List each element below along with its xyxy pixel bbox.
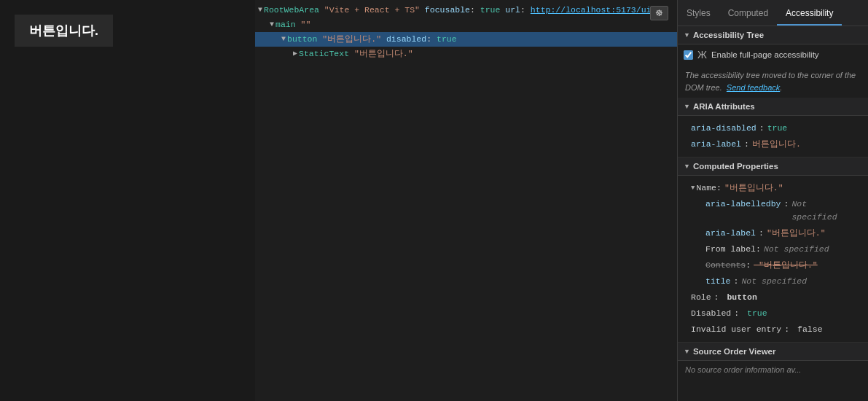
role-value: button [727, 291, 756, 304]
name-sub-props: aria-labelledby : Not specified aria-lab… [685, 196, 861, 289]
aria-label-row: aria-label : 버튼입니다. [685, 136, 861, 152]
aria-label-value: 버튼입니다. [752, 138, 801, 151]
dom-pane[interactable]: ☸ RootWebArea "Vite + React + TS" focusa… [255, 0, 678, 401]
dom-tree-line-statictext[interactable]: StaticText "버튼입니다." [255, 47, 677, 61]
aria-attributes-body: aria-disabled : true aria-label : 버튼입니다. [678, 116, 868, 157]
tab-styles[interactable]: Styles [678, 4, 719, 26]
name-value: "버튼입니다." [724, 182, 783, 195]
info-text: The accessibility tree moved to the corn… [678, 65, 868, 95]
accessibility-button[interactable]: ☸ [650, 6, 668, 20]
title-row: title : Not specified [700, 273, 861, 289]
computed-properties-label: Computed Properties [693, 162, 778, 171]
triangle-icon[interactable] [293, 47, 297, 61]
name-triangle-icon[interactable]: ▼ [691, 182, 695, 195]
aria-attributes-label: ARIA Attributes [693, 102, 755, 111]
disabled-value: true [747, 307, 767, 320]
dom-tree-line-rootwebarea[interactable]: RootWebArea "Vite + React + TS" focusabl… [255, 3, 677, 17]
invalid-entry-row: Invalid user entry : false [685, 322, 861, 338]
tab-computed[interactable]: Computed [719, 4, 777, 26]
enable-full-page-row: Ж Enable full-page accessibility [678, 44, 868, 65]
aria-disabled-row: aria-disabled : true [685, 120, 861, 136]
from-label-value: Not specified [764, 243, 829, 256]
aria-disabled-key: aria-disabled [691, 122, 756, 135]
invalid-entry-value: false [797, 323, 823, 336]
dom-tree-line-main[interactable]: main "" [255, 17, 677, 32]
accessibility-tree-header[interactable]: ▼ Accessibility Tree [678, 26, 868, 44]
name-row: ▼ Name : "버튼입니다." [685, 180, 861, 196]
dom-tree-line-button[interactable]: button "버튼입니다." disabled: true [255, 32, 677, 47]
computed-properties-body: ▼ Name : "버튼입니다." aria-labelledby : Not … [678, 176, 868, 343]
source-order-label: Source Order Viewer [693, 347, 776, 356]
triangle-icon: ▼ [684, 348, 690, 355]
triangle-icon[interactable] [270, 18, 274, 31]
accessibility-tree-label: Accessibility Tree [693, 31, 764, 39]
disabled-row: Disabled : true [685, 305, 861, 322]
source-order-header[interactable]: ▼ Source Order Viewer [678, 343, 868, 361]
preview-pane: 버튼입니다. [0, 0, 255, 401]
from-label-row: From label : Not specified [700, 241, 861, 257]
contents-value: "버튼입니다." [754, 259, 818, 272]
tab-accessibility[interactable]: Accessibility [777, 4, 842, 26]
name-key: Name [696, 182, 716, 195]
panel-content: ▼ Accessibility Tree Ж Enable full-page … [678, 26, 868, 401]
aria-label-sub-value: "버튼입니다." [767, 227, 826, 240]
triangle-icon: ▼ [684, 31, 690, 39]
send-feedback-link[interactable]: Send feedback [727, 83, 780, 92]
aria-label-sub-row: aria-label : "버튼입니다." [700, 225, 861, 241]
accessibility-panel: Styles Computed Accessibility ▼ Accessib… [678, 0, 868, 401]
title-value: Not specified [741, 275, 807, 288]
enable-checkbox[interactable] [684, 50, 693, 60]
accessibility-icon: Ж [697, 49, 707, 61]
triangle-icon: ▼ [684, 103, 690, 110]
aria-label-key: aria-label [691, 138, 741, 151]
computed-properties-header[interactable]: ▼ Computed Properties [678, 157, 868, 176]
contents-row: Contents : "버튼입니다." [700, 257, 861, 273]
enable-label: Enable full-page accessibility [711, 50, 819, 59]
aria-attributes-header[interactable]: ▼ ARIA Attributes [678, 98, 868, 116]
aria-disabled-value: true [767, 122, 788, 135]
aria-labelledby-row: aria-labelledby : Not specified [700, 196, 861, 225]
triangle-icon[interactable] [258, 4, 262, 17]
source-order-body: No source order information av... [678, 361, 868, 378]
role-row: Role : button [685, 289, 861, 305]
panel-tabs: Styles Computed Accessibility [678, 0, 868, 26]
preview-button: 버튼입니다. [15, 15, 113, 47]
triangle-icon: ▼ [684, 163, 690, 170]
source-order-text: No source order information av... [685, 365, 801, 374]
aria-labelledby-value: Not specified [791, 198, 855, 224]
triangle-icon[interactable] [281, 33, 286, 46]
